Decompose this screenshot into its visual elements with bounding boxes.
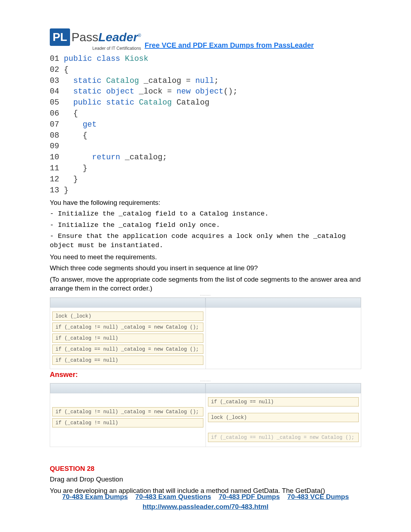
- code-segment[interactable]: if (_catalog != null) _catalog = new Cat…: [52, 407, 203, 416]
- footer-link-vce-dumps[interactable]: 70-483 VCE Dumps: [287, 493, 349, 501]
- code-segment[interactable]: if (_catalog == null) _catalog = new Cat…: [52, 345, 203, 354]
- code-segment[interactable]: if (_catalog != null): [52, 418, 203, 427]
- code-segment[interactable]: if (_catalog == null) _catalog = new Cat…: [208, 433, 359, 442]
- source-list-header: [50, 383, 206, 393]
- answer-area-header: [206, 383, 361, 393]
- logo-text: PassLeader®: [71, 30, 141, 44]
- answer-heading: Answer:: [50, 371, 361, 379]
- source-segments-column: lock (_lock) if (_catalog != null) _cata…: [50, 308, 206, 369]
- question-28-block: QUESTION 28 Drag and Drop Question You a…: [50, 465, 361, 495]
- instructions-text: (To answer, move the appropriate code se…: [50, 275, 361, 293]
- question-type: Drag and Drop Question: [50, 475, 361, 484]
- code-segment[interactable]: if (_catalog == null): [52, 356, 203, 365]
- code-segment[interactable]: if (_catalog != null): [52, 334, 203, 343]
- question-drag-panel: lock (_lock) if (_catalog != null) _cata…: [50, 297, 361, 369]
- source-list-header: [50, 298, 206, 308]
- remaining-segments-column: if (_catalog != null) _catalog = new Cat…: [50, 393, 206, 447]
- code-segment[interactable]: if (_catalog != null) _catalog = new Cat…: [52, 323, 203, 332]
- page-footer: 70-483 Exam Dumps 70-483 Exam Questions …: [50, 493, 361, 511]
- logo-badge: PL: [50, 28, 70, 46]
- footer-link-exam-dumps[interactable]: 70-483 Exam Dumps: [62, 493, 128, 501]
- answer-drop-column[interactable]: [206, 308, 361, 369]
- footer-link-exam-questions[interactable]: 70-483 Exam Questions: [135, 493, 211, 501]
- logo: PL PassLeader® Leader of IT Certificatio…: [50, 28, 141, 51]
- logo-subtitle: Leader of IT Certifications: [50, 46, 141, 51]
- ordered-answer-column[interactable]: if (_catalog == null) lock (_lock) if (_…: [206, 393, 361, 447]
- footer-link-pdf-dumps[interactable]: 70-483 PDF Dumps: [219, 493, 280, 501]
- separator: ........: [50, 379, 361, 382]
- code-segment[interactable]: lock (_lock): [208, 413, 359, 422]
- code-listing: 01 public class Kiosk 02 { 03 static Cat…: [50, 54, 361, 196]
- requirement-2: - Initialize the _catalog field only onc…: [50, 221, 361, 230]
- requirement-1: - Initialize the _catalog field to a Cat…: [50, 209, 361, 219]
- footer-url[interactable]: http://www.passleader.com/70-483.html: [53, 503, 358, 511]
- which-text: Which three code segments should you ins…: [50, 264, 361, 273]
- requirement-3: - Ensure that the application code acqui…: [50, 232, 361, 250]
- code-segment[interactable]: if (_catalog == null): [208, 397, 359, 406]
- requirements-heading: You have the following requirements:: [50, 198, 361, 207]
- separator: ........: [50, 293, 361, 296]
- page-header: PL PassLeader® Leader of IT Certificatio…: [50, 28, 361, 51]
- need-text: You need to meet the requirements.: [50, 252, 361, 262]
- question-number: QUESTION 28: [50, 465, 361, 473]
- code-segment[interactable]: lock (_lock): [52, 312, 203, 321]
- top-banner-link[interactable]: Free VCE and PDF Exam Dumps from PassLea…: [145, 41, 314, 49]
- answer-area-header: [206, 298, 361, 308]
- answer-drag-panel: if (_catalog != null) _catalog = new Cat…: [50, 383, 361, 447]
